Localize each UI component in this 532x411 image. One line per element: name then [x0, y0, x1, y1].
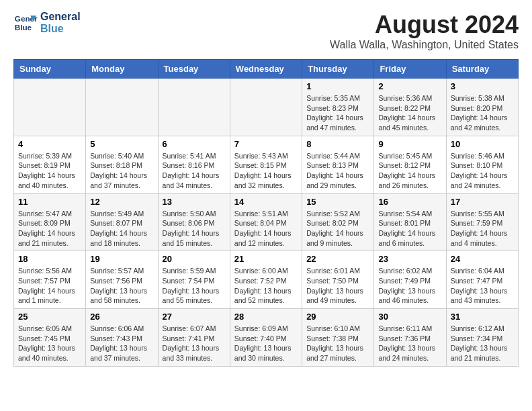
day-info: Sunrise: 5:39 AMSunset: 8:19 PMDaylight:…: [18, 151, 81, 191]
day-info: Sunrise: 5:51 AMSunset: 8:04 PMDaylight:…: [234, 209, 298, 248]
week-row-4: 18Sunrise: 5:56 AMSunset: 7:57 PMDayligh…: [14, 251, 519, 309]
week-row-3: 11Sunrise: 5:47 AMSunset: 8:09 PMDayligh…: [14, 193, 519, 251]
day-cell: [230, 79, 302, 136]
day-info: Sunrise: 6:00 AMSunset: 7:52 PMDaylight:…: [234, 266, 298, 306]
day-cell: 15Sunrise: 5:52 AMSunset: 8:02 PMDayligh…: [302, 193, 374, 251]
day-number: 21: [234, 254, 298, 264]
header-saturday: Saturday: [446, 60, 518, 79]
calendar-title: August 2024: [330, 11, 519, 39]
day-info: Sunrise: 5:50 AMSunset: 8:06 PMDaylight:…: [163, 209, 226, 248]
day-cell: 10Sunrise: 5:46 AMSunset: 8:10 PMDayligh…: [446, 136, 518, 193]
day-number: 11: [18, 197, 81, 207]
day-cell: 5Sunrise: 5:40 AMSunset: 8:18 PMDaylight…: [86, 136, 158, 193]
day-number: 12: [90, 197, 153, 207]
week-row-2: 4Sunrise: 5:39 AMSunset: 8:19 PMDaylight…: [14, 136, 519, 193]
week-row-1: 1Sunrise: 5:35 AMSunset: 8:23 PMDaylight…: [14, 79, 519, 136]
logo-icon: General Blue: [13, 11, 38, 35]
day-info: Sunrise: 5:56 AMSunset: 7:57 PMDaylight:…: [18, 266, 81, 306]
day-cell: 30Sunrise: 6:11 AMSunset: 7:36 PMDayligh…: [374, 309, 446, 367]
day-info: Sunrise: 6:05 AMSunset: 7:45 PMDaylight:…: [18, 324, 81, 363]
day-info: Sunrise: 5:40 AMSunset: 8:18 PMDaylight:…: [90, 151, 153, 191]
day-number: 15: [306, 197, 369, 207]
day-number: 31: [451, 312, 514, 322]
day-cell: [86, 79, 158, 136]
day-cell: 14Sunrise: 5:51 AMSunset: 8:04 PMDayligh…: [230, 193, 302, 251]
day-number: 5: [90, 139, 153, 149]
day-number: 18: [18, 254, 81, 264]
day-number: 19: [90, 254, 153, 264]
day-number: 26: [90, 312, 153, 322]
calendar-header-row: SundayMondayTuesdayWednesdayThursdayFrid…: [14, 60, 519, 79]
day-info: Sunrise: 6:12 AMSunset: 7:34 PMDaylight:…: [451, 324, 514, 363]
header-monday: Monday: [86, 60, 158, 79]
day-cell: 16Sunrise: 5:54 AMSunset: 8:01 PMDayligh…: [374, 193, 446, 251]
day-cell: [158, 79, 230, 136]
day-number: 10: [451, 139, 514, 149]
day-cell: 29Sunrise: 6:10 AMSunset: 7:38 PMDayligh…: [302, 309, 374, 367]
header-wednesday: Wednesday: [230, 60, 302, 79]
day-cell: 6Sunrise: 5:41 AMSunset: 8:16 PMDaylight…: [158, 136, 230, 193]
logo-text-blue: Blue: [40, 23, 81, 35]
day-cell: 31Sunrise: 6:12 AMSunset: 7:34 PMDayligh…: [446, 309, 518, 367]
day-info: Sunrise: 5:38 AMSunset: 8:20 PMDaylight:…: [451, 93, 514, 133]
day-number: 4: [18, 139, 81, 149]
day-cell: 17Sunrise: 5:55 AMSunset: 7:59 PMDayligh…: [446, 193, 518, 251]
logo: General Blue General Blue: [13, 11, 81, 35]
day-info: Sunrise: 5:44 AMSunset: 8:13 PMDaylight:…: [306, 151, 369, 191]
day-info: Sunrise: 6:01 AMSunset: 7:50 PMDaylight:…: [306, 266, 369, 306]
day-number: 2: [378, 81, 441, 91]
day-info: Sunrise: 5:57 AMSunset: 7:56 PMDaylight:…: [90, 266, 153, 306]
day-cell: 7Sunrise: 5:43 AMSunset: 8:15 PMDaylight…: [230, 136, 302, 193]
day-cell: 25Sunrise: 6:05 AMSunset: 7:45 PMDayligh…: [14, 309, 86, 367]
header-tuesday: Tuesday: [158, 60, 230, 79]
day-info: Sunrise: 5:43 AMSunset: 8:15 PMDaylight:…: [234, 151, 298, 191]
calendar-subtitle: Walla Walla, Washington, United States: [330, 39, 519, 51]
day-cell: 8Sunrise: 5:44 AMSunset: 8:13 PMDaylight…: [302, 136, 374, 193]
logo-text-general: General: [40, 11, 81, 23]
day-cell: 22Sunrise: 6:01 AMSunset: 7:50 PMDayligh…: [302, 251, 374, 309]
week-row-5: 25Sunrise: 6:05 AMSunset: 7:45 PMDayligh…: [14, 309, 519, 367]
day-cell: 20Sunrise: 5:59 AMSunset: 7:54 PMDayligh…: [158, 251, 230, 309]
day-cell: 19Sunrise: 5:57 AMSunset: 7:56 PMDayligh…: [86, 251, 158, 309]
day-number: 20: [163, 254, 226, 264]
day-number: 23: [378, 254, 441, 264]
day-number: 7: [234, 139, 298, 149]
day-number: 9: [378, 139, 441, 149]
day-info: Sunrise: 6:02 AMSunset: 7:49 PMDaylight:…: [378, 266, 441, 306]
day-info: Sunrise: 6:07 AMSunset: 7:41 PMDaylight:…: [163, 324, 226, 363]
day-number: 22: [306, 254, 369, 264]
day-info: Sunrise: 6:10 AMSunset: 7:38 PMDaylight:…: [306, 324, 369, 363]
day-number: 25: [18, 312, 81, 322]
day-number: 16: [378, 197, 441, 207]
day-info: Sunrise: 5:46 AMSunset: 8:10 PMDaylight:…: [451, 151, 514, 191]
day-number: 1: [306, 81, 369, 91]
day-cell: 2Sunrise: 5:36 AMSunset: 8:22 PMDaylight…: [374, 79, 446, 136]
day-number: 17: [451, 197, 514, 207]
day-cell: 21Sunrise: 6:00 AMSunset: 7:52 PMDayligh…: [230, 251, 302, 309]
day-info: Sunrise: 6:09 AMSunset: 7:40 PMDaylight:…: [234, 324, 298, 363]
day-cell: 27Sunrise: 6:07 AMSunset: 7:41 PMDayligh…: [158, 309, 230, 367]
day-number: 28: [234, 312, 298, 322]
day-number: 30: [378, 312, 441, 322]
day-number: 3: [451, 81, 514, 91]
day-number: 8: [306, 139, 369, 149]
day-info: Sunrise: 5:45 AMSunset: 8:12 PMDaylight:…: [378, 151, 441, 191]
day-info: Sunrise: 5:36 AMSunset: 8:22 PMDaylight:…: [378, 93, 441, 133]
day-number: 24: [451, 254, 514, 264]
day-info: Sunrise: 5:47 AMSunset: 8:09 PMDaylight:…: [18, 209, 81, 248]
day-info: Sunrise: 5:52 AMSunset: 8:02 PMDaylight:…: [306, 209, 369, 248]
day-info: Sunrise: 6:11 AMSunset: 7:36 PMDaylight:…: [378, 324, 441, 363]
day-info: Sunrise: 5:41 AMSunset: 8:16 PMDaylight:…: [163, 151, 226, 191]
day-number: 13: [163, 197, 226, 207]
day-cell: 13Sunrise: 5:50 AMSunset: 8:06 PMDayligh…: [158, 193, 230, 251]
day-cell: 28Sunrise: 6:09 AMSunset: 7:40 PMDayligh…: [230, 309, 302, 367]
day-cell: 11Sunrise: 5:47 AMSunset: 8:09 PMDayligh…: [14, 193, 86, 251]
day-cell: 4Sunrise: 5:39 AMSunset: 8:19 PMDaylight…: [14, 136, 86, 193]
calendar-table: SundayMondayTuesdayWednesdayThursdayFrid…: [13, 59, 519, 367]
title-block: August 2024 Walla Walla, Washington, Uni…: [330, 11, 519, 51]
day-cell: 18Sunrise: 5:56 AMSunset: 7:57 PMDayligh…: [14, 251, 86, 309]
header-friday: Friday: [374, 60, 446, 79]
svg-text:Blue: Blue: [15, 23, 32, 32]
day-number: 29: [306, 312, 369, 322]
header-thursday: Thursday: [302, 60, 374, 79]
